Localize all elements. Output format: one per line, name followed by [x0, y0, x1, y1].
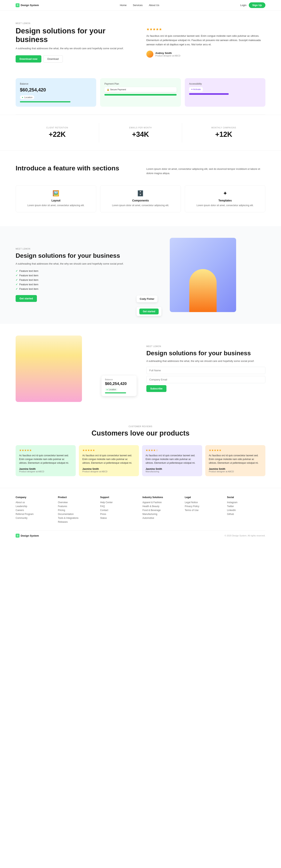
footer-col-legal: Legal Legal Notice Privacy Policy Terms …: [185, 496, 223, 525]
footer-link-legal-notice[interactable]: Legal Notice: [185, 501, 223, 504]
footer-link-food[interactable]: Food & Beverage: [142, 509, 181, 512]
split1-subtitle: A subheading that addresses the what, th…: [15, 262, 141, 266]
hero-title: Design solutions for your business: [15, 27, 135, 44]
review-name-1: Jasmine Smith: [82, 468, 135, 470]
footer-link-health[interactable]: Health & Beauty: [142, 505, 181, 508]
footer-link-status[interactable]: Status: [100, 517, 139, 519]
footer-link-automotive[interactable]: Automotive: [142, 517, 181, 519]
review-text-3: Ac faucibus orci id quis consectetur lao…: [209, 454, 262, 465]
footer-link-contact[interactable]: Contact: [100, 509, 139, 512]
footer-heading-1: Product: [58, 496, 96, 499]
feature-description: Lorem ipsum dolor sit amet, consectetur …: [146, 167, 266, 176]
footer-link-tools[interactable]: Tools & Integrations: [58, 517, 96, 519]
footer-link-faq[interactable]: FAQ: [100, 505, 139, 508]
stat-label-0: CLIENT RETENTION: [20, 127, 95, 129]
nav-services[interactable]: Services: [133, 4, 143, 7]
footer-link-about[interactable]: About us: [15, 501, 54, 504]
footer-link-privacy[interactable]: Privacy Policy: [185, 505, 223, 508]
reviews-header: CUSTOMER REVIEWS Customers love our prod…: [15, 425, 266, 437]
footer-logo: D Design System: [15, 534, 39, 537]
footer-link-terms[interactable]: Terms of Use: [185, 509, 223, 512]
footer-link-overview[interactable]: Overview: [58, 501, 96, 504]
hero-section: MEET LEMON Design solutions for your bus…: [0, 10, 281, 74]
footer-link-pricing[interactable]: Pricing: [58, 509, 96, 512]
location-text: Location: [24, 96, 33, 98]
footer-link-helpcenter[interactable]: Help Center: [100, 501, 139, 504]
footer-link-press[interactable]: Press: [100, 513, 139, 516]
footer-link-releases[interactable]: Releases: [58, 521, 96, 523]
review-role-2: Manufacturing: [146, 470, 199, 473]
payment-card: Payment Plan 🔒 Secure Payment: [100, 78, 181, 107]
footer-link-docs[interactable]: Documentation: [58, 513, 96, 516]
split1-image: [170, 238, 236, 312]
footer-link-features[interactable]: Features: [58, 505, 96, 508]
fullname-input[interactable]: [146, 367, 266, 374]
review-card-2: ★★★★☆ Ac faucibus orci id quis consectet…: [142, 445, 202, 476]
stat-retention: CLIENT RETENTION +22K: [15, 123, 99, 143]
feature-cards: 🖼️ Layout Lorem ipsum dolor sit amet, co…: [15, 185, 266, 212]
footer-link-leadership[interactable]: Leadership: [15, 505, 54, 508]
accessibility-progress-bar: [189, 93, 229, 95]
balance-float-progress: [105, 392, 126, 393]
reviews-grid: ★★★★★ Ac faucibus orci id quis consectet…: [15, 445, 266, 476]
feature-card-layout: 🖼️ Layout Lorem ipsum dolor sit amet, co…: [15, 185, 96, 212]
logo-text: Design System: [21, 4, 39, 7]
footer-grid: Company About us Leadership Careers Refe…: [15, 496, 266, 525]
review-card-1: ★★★★★ Ac faucibus orci id quis consectet…: [79, 445, 139, 476]
footer-link-manufacturing[interactable]: Manufacturing: [142, 513, 181, 516]
signup-button[interactable]: Sign Up: [249, 2, 266, 8]
balance-location: ● Location: [20, 95, 34, 99]
subscribe-button[interactable]: Subscribe: [146, 385, 167, 392]
login-button[interactable]: Login: [240, 4, 246, 7]
footer: Company About us Leadership Careers Refe…: [0, 488, 281, 541]
activate-badge[interactable]: ✦ Activate: [189, 87, 203, 92]
secure-payment-badge: 🔒 Secure Payment: [104, 87, 176, 92]
stat-label-1: EMAILS PER MONTH: [103, 127, 178, 129]
reviews-eyebrow: CUSTOMER REVIEWS: [15, 425, 266, 428]
check-icon-3: ✓: [15, 283, 18, 286]
nav-home[interactable]: Home: [120, 4, 127, 7]
feature-item-4: ✓Feature text item: [15, 287, 141, 290]
nav-about[interactable]: About Us: [149, 4, 159, 7]
feature-section: Introduce a feature with sections Lorem …: [0, 151, 281, 226]
hero-left: MEET LEMON Design solutions for your bus…: [15, 22, 135, 63]
hero-buttons: Download now Download: [15, 55, 135, 63]
split2-right: MEET LEMON Design solutions for your bus…: [146, 345, 266, 392]
review-name-3: Jasmine Smith: [209, 468, 262, 470]
get-started-button[interactable]: Get started: [139, 309, 159, 314]
layout-icon: 🖼️: [21, 190, 91, 196]
footer-heading-5: Social: [227, 496, 266, 499]
name-card: Cody Fisher: [137, 296, 157, 302]
footer-link-referral[interactable]: Referral Program: [15, 513, 54, 516]
footer-link-github[interactable]: Github: [227, 513, 266, 516]
feature-item-0: ✓Feature text item: [15, 270, 141, 272]
balance-progress-bar: [20, 101, 70, 102]
review-text-1: Ac faucibus orci id quis consectetur lao…: [82, 454, 135, 465]
split1-cta-button[interactable]: Get started: [15, 295, 37, 302]
footer-link-apparel[interactable]: Apparel & Fashion: [142, 501, 181, 504]
footer-col-industry: Industry Solutions Apparel & Fashion Hea…: [142, 496, 181, 525]
footer-link-careers[interactable]: Careers: [15, 509, 54, 512]
payment-progress-bar: [104, 94, 176, 96]
location-text-2: Location: [109, 389, 116, 391]
balance-amount: $60,254,420: [20, 87, 92, 93]
footer-link-instagram[interactable]: Instagram: [227, 501, 266, 504]
email-input[interactable]: [146, 376, 266, 383]
stat-emails: EMAILS PER MONTH +34K: [99, 123, 182, 143]
stat-campaigns: MONTHLY CAMPAIGNS +12K: [182, 123, 266, 143]
check-icon-1: ✓: [15, 274, 18, 277]
person-name: Cody Fisher: [140, 298, 154, 300]
footer-heading-3: Industry Solutions: [142, 496, 181, 499]
review-name-0: Jasmine Smith: [19, 468, 72, 470]
download-button[interactable]: Download: [43, 55, 63, 63]
footer-link-linkedin[interactable]: LinkedIn: [227, 509, 266, 512]
download-now-button[interactable]: Download now: [15, 55, 41, 63]
split1-eyebrow: MEET LEMON: [15, 248, 141, 250]
footer-link-community[interactable]: Community: [15, 517, 54, 519]
feature-card-components: 🗄️ Components Lorem ipsum dolor sit amet…: [100, 185, 181, 212]
footer-col-company: Company About us Leadership Careers Refe…: [15, 496, 54, 525]
stat-value-0: +22K: [20, 130, 95, 138]
footer-copyright: © 2020 Design System. All rights reserve…: [224, 534, 266, 537]
split2-eyebrow: MEET LEMON: [146, 345, 266, 347]
footer-link-twitter[interactable]: Twitter: [227, 505, 266, 508]
